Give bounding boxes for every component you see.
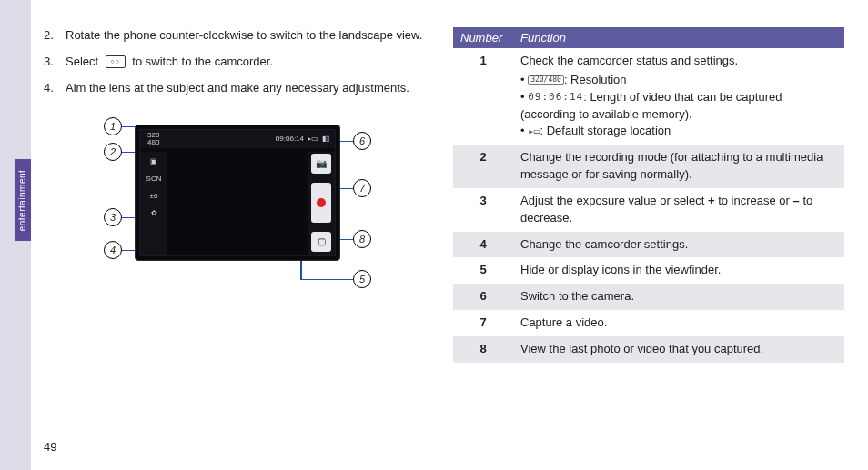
exposure-icon: ±0	[150, 192, 158, 200]
gallery-button: ▢	[311, 232, 331, 252]
table-row: 8 View the last photo or video that you …	[453, 336, 844, 363]
storage-icon: ▸▭	[308, 135, 318, 143]
resolution-icon: 320 480	[146, 132, 161, 146]
screen-leftbar: ▣ SCN ±0 ✿	[140, 152, 167, 255]
callout-1: 1	[104, 117, 122, 135]
step-3: 3. Select to switch to the camcorder.	[44, 54, 426, 71]
table-header-row: Number Function	[453, 27, 844, 48]
settings-icon: ✿	[151, 209, 157, 217]
row1-sublist: 320/480: Resolution 09:06:14: Length of …	[520, 72, 837, 140]
table-row: 1 Check the camcorder status and setting…	[453, 48, 844, 145]
screen-rightbar: 📷 ▢	[308, 152, 335, 255]
callout-4: 4	[104, 241, 122, 259]
step-4: 4. Aim the lens at the subject and make …	[44, 80, 426, 97]
step-number: 4.	[44, 80, 66, 97]
page-number: 49	[44, 440, 56, 454]
step-number: 2.	[44, 27, 66, 45]
table-row: 7 Capture a video.	[453, 310, 844, 336]
time-glyph: 09:06:14	[528, 92, 583, 103]
resolution-glyph: 320/480	[528, 75, 564, 85]
table-row: 3 Adjust the exposure value or select + …	[453, 188, 844, 232]
storage-glyph: ▸▭	[528, 126, 540, 137]
camcorder-switch-icon	[106, 55, 126, 68]
battery-icon: ▮▯	[322, 135, 329, 143]
function-table: Number Function 1 Check the camcorder st…	[453, 27, 844, 363]
scn-icon: SCN	[146, 175, 162, 183]
switch-camera-button: 📷	[311, 154, 331, 174]
screen-topbar: 320 480 09:06:14 ▸▭ ▮▯	[140, 130, 335, 148]
viewfinder-diagram: 1 2 3 4 5 6 7 8 320 480 09:06:14 ▸▭	[44, 106, 426, 297]
record-button	[311, 183, 331, 223]
step-number: 3.	[44, 54, 66, 71]
step-text: Aim the lens at the subject and make any…	[66, 80, 409, 97]
table-row: 2 Change the recording mode (for attachi…	[453, 145, 844, 188]
instruction-list: 2. Rotate the phone counter-clockwise to…	[44, 27, 426, 97]
callout-8: 8	[353, 230, 371, 248]
step-2: 2. Rotate the phone counter-clockwise to…	[44, 27, 426, 45]
right-column: Number Function 1 Check the camcorder st…	[453, 27, 844, 363]
callout-6: 6	[353, 132, 371, 150]
col-function: Function	[513, 27, 844, 48]
callout-7: 7	[353, 179, 371, 197]
camcorder-screen: 320 480 09:06:14 ▸▭ ▮▯ ▣ SCN ±0 ✿ 📷	[135, 125, 340, 261]
recmode-icon: ▣	[150, 157, 157, 165]
table-row: 6 Switch to the camera.	[453, 284, 844, 310]
section-tab-label: entertainment	[18, 169, 28, 231]
callout-2: 2	[104, 143, 122, 161]
step-text: Rotate the phone counter-clockwise to sw…	[66, 27, 422, 45]
callout-3: 3	[104, 208, 122, 226]
callout-5: 5	[353, 270, 371, 288]
step-text: Select to switch to the camcorder.	[66, 54, 273, 71]
table-row: 5 Hide or display icons in the viewfinde…	[453, 257, 844, 284]
table-row: 4 Change the camcorder settings.	[453, 232, 844, 258]
col-number: Number	[453, 27, 513, 48]
section-tab: entertainment	[15, 159, 31, 241]
remaining-time: 09:06:14	[276, 135, 304, 143]
left-column: 2. Rotate the phone counter-clockwise to…	[44, 27, 426, 297]
